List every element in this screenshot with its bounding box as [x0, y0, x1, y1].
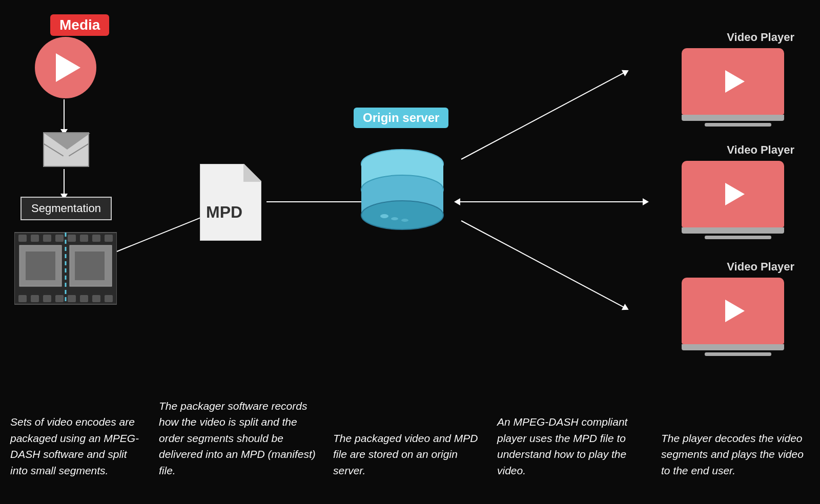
svg-marker-23 — [243, 164, 261, 182]
svg-rect-4 — [55, 235, 64, 242]
vp2-stand — [682, 227, 784, 234]
video-player-3-group: Video Player — [682, 260, 794, 356]
svg-rect-12 — [55, 295, 64, 302]
svg-point-29 — [361, 201, 443, 229]
db-icon — [354, 143, 451, 246]
video-player-2-group: Video Player — [682, 143, 794, 239]
svg-point-32 — [401, 219, 408, 222]
desc-4: An MPEG-DASH compliant player uses the M… — [497, 414, 651, 478]
svg-point-30 — [380, 214, 388, 218]
svg-point-31 — [391, 217, 398, 220]
arrow-media-to-envelope — [64, 99, 65, 130]
play-icon — [56, 53, 80, 82]
vp2-base — [705, 236, 771, 239]
svg-rect-16 — [105, 295, 113, 302]
arrow-origin-to-vp2 — [459, 201, 644, 202]
vp3-play-icon — [725, 300, 745, 322]
desc-5: The player decodes the video segments an… — [661, 430, 810, 479]
video-player-1-group: Video Player — [682, 31, 794, 127]
svg-rect-1 — [18, 235, 27, 242]
desc-2: The packager software records how the vi… — [159, 398, 318, 479]
vp1-play-icon — [725, 70, 745, 93]
svg-rect-14 — [80, 295, 88, 302]
vp2-play-icon — [725, 183, 745, 205]
vp2-title: Video Player — [682, 143, 794, 157]
svg-rect-2 — [31, 235, 39, 242]
vp3-screen — [682, 278, 784, 344]
svg-rect-15 — [92, 295, 100, 302]
media-icon — [35, 37, 96, 98]
arrow-origin-to-vp1 — [461, 72, 625, 160]
desc-3: The packaged video and MPD file are stor… — [333, 430, 482, 479]
arrow-segmentation-to-mpd — [117, 217, 203, 252]
svg-rect-19 — [26, 251, 55, 280]
envelope-icon — [43, 132, 89, 167]
vp3-base — [705, 352, 771, 356]
vp1-title: Video Player — [682, 31, 794, 44]
arrow-envelope-to-segmentation — [64, 169, 65, 195]
vp1-stand — [682, 115, 784, 121]
svg-rect-8 — [105, 235, 113, 242]
origin-label: Origin server — [354, 108, 448, 128]
segmentation-box: Segmentation — [20, 197, 112, 220]
svg-rect-11 — [43, 295, 51, 302]
svg-rect-9 — [18, 295, 27, 302]
media-label: Media — [50, 14, 109, 36]
segmentation-label: Segmentation — [31, 202, 101, 215]
vp3-stand — [682, 344, 784, 350]
arrow-origin-to-vp3 — [461, 220, 625, 308]
svg-rect-7 — [92, 235, 100, 242]
svg-rect-13 — [68, 295, 76, 302]
mpd-file-icon: MPD — [200, 164, 261, 241]
svg-rect-10 — [31, 295, 39, 302]
vp1-screen — [682, 48, 784, 115]
film-strip-icon — [14, 227, 117, 309]
desc-1: Sets of video encodes are packaged using… — [10, 414, 144, 478]
svg-rect-6 — [80, 235, 88, 242]
vp2-screen — [682, 161, 784, 227]
vp1-base — [705, 123, 771, 127]
svg-rect-3 — [43, 235, 51, 242]
vp3-title: Video Player — [682, 260, 794, 274]
svg-rect-5 — [68, 235, 76, 242]
svg-rect-20 — [75, 251, 105, 280]
diagram-container: Media Segmentation — [0, 0, 820, 504]
svg-text:MPD: MPD — [206, 203, 242, 221]
